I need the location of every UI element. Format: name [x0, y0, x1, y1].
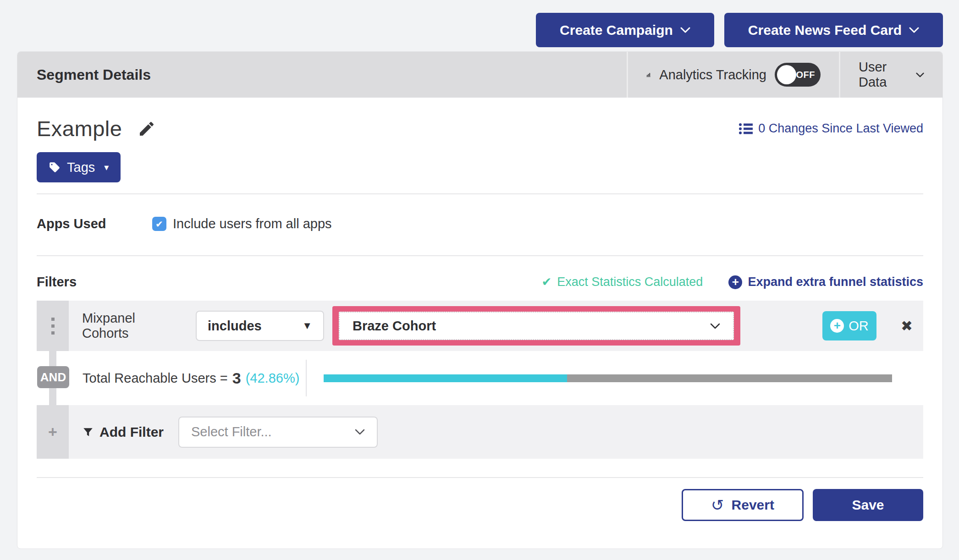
reachable-users-percent: (42.86%) — [246, 371, 300, 386]
analytics-tracking-label: Analytics Tracking — [659, 67, 766, 82]
analytics-tracking-toggle[interactable]: OFF — [775, 63, 821, 87]
drag-dot-icon — [51, 324, 55, 328]
or-button-label: OR — [849, 318, 869, 334]
tags-button[interactable]: Tags ▾ — [37, 152, 121, 182]
filter-row: Mixpanel Cohorts includes ▼ Braze Cohort… — [37, 301, 923, 351]
expand-funnel-statistics-link[interactable]: + Expand extra funnel statistics — [728, 275, 923, 289]
include-all-apps-checkbox[interactable]: ✔ — [152, 217, 166, 231]
add-filter-label-group: Add Filter — [82, 424, 164, 440]
segment-details-screen: Create Campaign Create News Feed Card Se… — [0, 0, 959, 560]
user-data-label: User Data — [859, 60, 908, 90]
chevron-down-icon — [355, 429, 365, 435]
filter-operator-value: includes — [208, 318, 262, 334]
filter-value-text: Braze Cohort — [353, 318, 436, 334]
create-campaign-button[interactable]: Create Campaign — [536, 13, 714, 47]
filter-value-select[interactable]: Braze Cohort — [339, 312, 734, 340]
tags-row: Tags ▾ — [37, 152, 923, 182]
revert-button-label: Revert — [732, 497, 774, 513]
save-button[interactable]: Save — [813, 489, 923, 521]
chevron-down-icon — [710, 323, 720, 329]
toggle-state-label: OFF — [796, 70, 816, 80]
and-conjunction-badge: AND — [37, 366, 69, 388]
reachable-users-text: Total Reachable Users = 3 (42.86%) — [83, 351, 299, 405]
add-filter-plus-button[interactable]: + — [37, 405, 69, 459]
reachable-users-row: AND Total Reachable Users = 3 (42.86%) — [37, 351, 923, 405]
chevron-down-icon — [680, 27, 690, 33]
plus-icon: + — [48, 423, 57, 441]
filter-card: Mixpanel Cohorts includes ▼ Braze Cohort… — [37, 301, 923, 459]
reachable-progress-bar — [324, 374, 892, 382]
changes-link-label: 0 Changes Since Last Viewed — [758, 121, 923, 136]
triangle-down-icon: ▼ — [302, 320, 312, 332]
footer-actions: ↺ Revert Save — [37, 489, 923, 521]
card-body: Example 0 Changes Since Last Viewed — [17, 116, 942, 521]
drag-handle[interactable] — [37, 301, 69, 351]
highlighted-value-outline: Braze Cohort — [332, 306, 740, 346]
card-header: Segment Details Analytics Tracking OFF U… — [17, 52, 942, 98]
tags-button-label: Tags — [67, 160, 95, 175]
select-filter-placeholder: Select Filter... — [191, 424, 272, 439]
revert-button[interactable]: ↺ Revert — [682, 489, 804, 521]
exact-statistics-status: ✔ Exact Statistics Calculated — [541, 275, 703, 289]
remove-filter-icon[interactable]: ✖ — [901, 318, 913, 335]
chevron-down-icon — [909, 27, 919, 33]
create-news-feed-card-label: Create News Feed Card — [748, 22, 902, 38]
title-row: Example 0 Changes Since Last Viewed — [37, 116, 923, 141]
filter-operator-select[interactable]: includes ▼ — [196, 311, 324, 341]
reachable-progress-fill — [324, 374, 567, 382]
filters-title: Filters — [37, 275, 77, 290]
plus-circle-icon: + — [728, 275, 742, 289]
tag-icon — [49, 161, 61, 173]
vertical-divider — [306, 360, 307, 396]
check-icon: ✔ — [541, 275, 551, 289]
apps-used-label: Apps Used — [37, 216, 124, 231]
add-filter-label: Add Filter — [99, 424, 164, 440]
select-filter-dropdown[interactable]: Select Filter... — [178, 417, 378, 448]
caret-down-icon: ▾ — [104, 163, 109, 172]
expand-funnel-statistics-label: Expand extra funnel statistics — [748, 275, 923, 289]
create-campaign-label: Create Campaign — [560, 22, 673, 38]
checkbox-check-icon: ✔ — [155, 219, 163, 230]
page-title: Segment Details — [17, 52, 627, 98]
analytics-tracking-section: Analytics Tracking OFF — [627, 52, 839, 98]
funnel-icon — [82, 426, 94, 438]
include-all-apps-label: Include users from all apps — [173, 216, 332, 231]
edit-pencil-icon[interactable] — [138, 120, 156, 138]
list-icon — [739, 123, 753, 135]
drag-dot-icon — [51, 318, 55, 321]
bar-chart-icon — [646, 67, 651, 82]
drag-dot-icon — [51, 331, 55, 335]
reachable-users-count: 3 — [232, 369, 241, 387]
user-data-dropdown[interactable]: User Data — [839, 52, 942, 98]
create-news-feed-card-button[interactable]: Create News Feed Card — [724, 13, 943, 47]
chevron-down-icon — [916, 72, 924, 78]
changes-since-last-viewed-link[interactable]: 0 Changes Since Last Viewed — [739, 121, 923, 136]
segment-name: Example — [37, 116, 122, 141]
toggle-knob — [777, 65, 796, 84]
filters-heading-row: Filters ✔ Exact Statistics Calculated + … — [37, 275, 923, 290]
section-divider — [37, 255, 923, 256]
segment-details-card: Segment Details Analytics Tracking OFF U… — [17, 51, 943, 549]
add-filter-row: + Add Filter Select Filter... — [37, 405, 923, 459]
plus-circle-icon: + — [830, 319, 844, 333]
top-action-bar: Create Campaign Create News Feed Card — [536, 13, 943, 47]
revert-icon: ↺ — [711, 496, 724, 514]
exact-statistics-label: Exact Statistics Calculated — [557, 275, 703, 289]
section-divider — [37, 477, 923, 478]
reachable-users-prefix: Total Reachable Users = — [83, 371, 228, 386]
apps-used-row: Apps Used ✔ Include users from all apps — [37, 194, 923, 255]
add-or-condition-button[interactable]: + OR — [822, 311, 876, 340]
filter-field-label: Mixpanel Cohorts — [82, 311, 183, 341]
